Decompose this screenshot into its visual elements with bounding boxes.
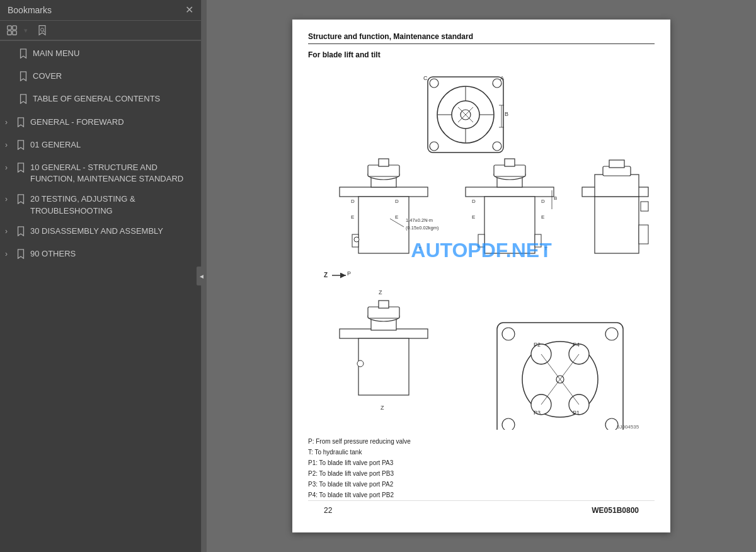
chevron-01-general: › [5,139,14,151]
caption-p4: P4: To blade tilt valve port PB2 [308,490,655,500]
bookmark-item-90-others[interactable]: › 90 OTHERS [0,244,201,267]
bookmark-label-01-general: 01 GENERAL [30,139,195,151]
svg-text:B: B [505,111,508,117]
svg-point-80 [605,418,618,430]
page-footer: 22 WE051B0800 [308,500,655,520]
svg-rect-49 [535,234,541,247]
svg-text:5J004535: 5J004535 [617,424,639,430]
panel-divider: ◄ [202,0,207,552]
caption-p2: P2: To blade lift valve port PB3 [308,468,655,479]
bookmark-label-90-others: 90 OTHERS [30,248,195,260]
bookmark-icon-10-general [16,163,25,176]
bookmark-icon-01-general [16,140,25,153]
sidebar-header: Bookmarks ✕ [0,0,201,21]
page-code: WE051B0800 [592,506,639,515]
collapse-panel-button[interactable]: ◄ [197,267,207,285]
bookmark-item-main-menu[interactable]: › MAIN MENU [0,43,201,66]
technical-diagram: C A B [308,64,655,430]
svg-text:P2: P2 [534,342,541,348]
diagram-container: C A B [308,64,655,430]
svg-text:1.47±0.2N·m: 1.47±0.2N·m [406,217,433,223]
svg-rect-62 [595,197,639,253]
svg-rect-26 [340,187,428,197]
svg-text:E: E [541,214,544,220]
svg-rect-64 [595,175,639,197]
svg-rect-63 [639,225,648,244]
bookmark-icon-toc [19,94,28,107]
svg-text:P3: P3 [534,410,541,416]
page-container: Structure and function, Maintenance stan… [207,0,756,552]
svg-point-77 [502,328,515,340]
svg-rect-48 [478,234,484,247]
svg-text:A: A [500,75,504,81]
svg-text:P1: P1 [573,410,580,416]
chevron-general-foreward: › [5,117,14,129]
chevron-10-general: › [5,162,14,174]
close-button[interactable]: ✕ [185,5,193,15]
sidebar-toolbar: ▾ [0,21,201,40]
svg-point-10 [493,142,501,151]
page-number: 22 [324,506,332,515]
svg-text:D: D [472,198,476,204]
caption-p3: P3: To blade tilt valve port PA2 [308,479,655,490]
svg-rect-32 [379,159,389,166]
bookmark-item-30-disassembly[interactable]: › 30 DISASSEMBLY AND ASSEMBLY [0,221,201,244]
bookmark-icon-cover [19,71,28,84]
bookmark-item-10-general[interactable]: › 10 GENERAL - STRUCTURE AND FUNCTION, M… [0,158,201,189]
bookmark-item-cover[interactable]: › COVER [0,66,201,89]
bookmark-label-20-testing: 20 TESTING, ADJUSTING & TROUBLESHOOTING [30,193,195,216]
bookmark-label-30-disassembly: 30 DISASSEMBLY AND ASSEMBLY [30,226,195,237]
svg-text:P4: P4 [573,342,580,348]
svg-rect-1 [13,26,16,30]
bookmark-icon-30-disassembly [16,226,25,239]
bookmark-item-toc[interactable]: › TABLE OF GENERAL CONTENTS [0,89,201,112]
svg-rect-0 [8,26,11,30]
caption-p1: P1: To blade lift valve port PA3 [308,457,655,468]
svg-point-9 [430,142,438,151]
bookmark-item-20-testing[interactable]: › 20 TESTING, ADJUSTING & TROUBLESHOOTIN… [0,189,201,221]
section-title: Structure and function, Maintenance stan… [308,32,655,44]
svg-rect-72 [368,307,399,318]
bookmark-list: › MAIN MENU › COVER › TABLE OF GENERAL C… [0,41,201,552]
svg-text:C: C [423,75,428,81]
svg-text:D: D [541,198,545,204]
main-content: Structure and function, Maintenance stan… [207,0,756,552]
bookmark-label-10-general: 10 GENERAL - STRUCTURE AND FUNCTION, MAI… [30,162,195,185]
svg-rect-47 [484,197,535,253]
svg-rect-73 [379,301,389,308]
svg-rect-27 [358,197,409,253]
svg-rect-69 [358,338,409,395]
svg-text:E: E [395,214,398,220]
chevron-90-others: › [5,248,14,260]
bookmarks-sidebar: Bookmarks ✕ ▾ › [0,0,202,552]
svg-text:D: D [351,198,355,204]
svg-rect-53 [505,159,515,166]
bookmark-label-toc: TABLE OF GENERAL CONTENTS [33,93,195,105]
bookmark-label-main-menu: MAIN MENU [33,48,195,59]
svg-text:T: T [544,246,547,251]
svg-text:B: B [554,195,557,201]
sidebar-title: Bookmarks [8,5,52,15]
svg-rect-31 [368,165,399,176]
svg-text:Z: Z [379,289,382,296]
caption-list: P: From self pressure reducing valve T: … [308,436,655,500]
bookmark-icon-main-menu [19,49,28,62]
svg-line-5 [43,31,45,32]
svg-point-79 [502,418,515,430]
svg-text:E: E [472,214,475,220]
svg-text:E: E [351,214,354,220]
bookmark-item-general-foreward[interactable]: › GENERAL - FOREWARD [0,112,201,135]
view-toggle-icon[interactable] [6,25,18,36]
caption-t: T: To hydraulic tank [308,447,655,457]
svg-text:Z: Z [324,272,328,279]
bookmark-icon-20-testing [16,194,25,207]
bookmark-icon-90-others [16,249,25,262]
bookmark-item-01-general[interactable]: › 01 GENERAL [0,135,201,158]
svg-text:T: T [418,246,421,251]
chevron-30-disassembly: › [5,226,14,238]
svg-point-33 [354,237,359,242]
bookmark-search-icon[interactable] [37,25,48,36]
svg-point-74 [357,360,364,367]
svg-point-7 [430,79,438,88]
diagram-subtitle: For blade lift and tilt [308,50,655,59]
